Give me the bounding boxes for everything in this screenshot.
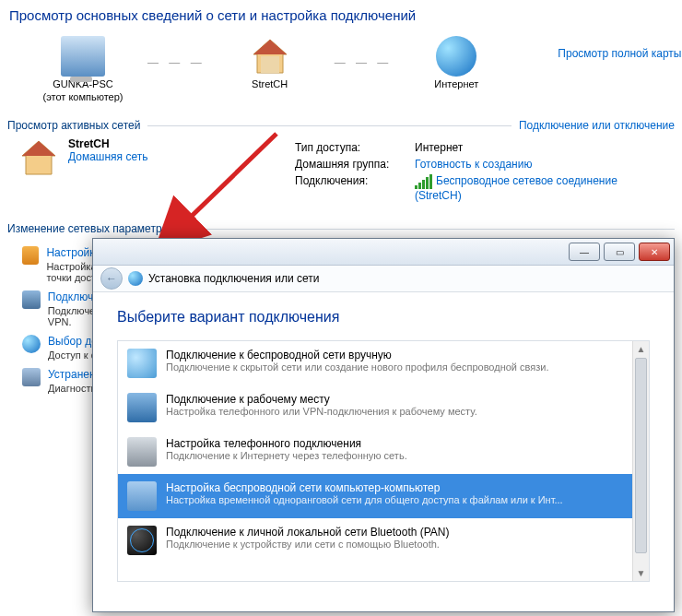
wizard-titlebar[interactable]: — ▭ ✕ [93, 239, 674, 266]
active-network-right: Тип доступа:Интернет Домашняя группа:Гот… [295, 137, 664, 206]
option-desc: Настройка телефонного или VPN-подключени… [166, 406, 477, 417]
back-button[interactable]: ← [100, 267, 123, 290]
maximize-button[interactable]: ▭ [604, 243, 635, 261]
router-icon [250, 36, 290, 77]
page-title: Просмотр основных сведений о сети и наст… [0, 0, 682, 36]
scroll-up-icon[interactable]: ▲ [633, 341, 649, 357]
wifi-icon [127, 349, 157, 378]
new-connection-icon [22, 246, 39, 265]
option-adhoc[interactable]: Настройка беспроводной сети компьютер-ко… [118, 474, 649, 518]
node-internet: Интернет [401, 36, 512, 89]
house-icon [18, 137, 59, 178]
wizard-title: Установка подключения или сети [148, 272, 319, 285]
globe-icon [436, 36, 476, 77]
svg-rect-1 [261, 56, 279, 73]
network-type-link[interactable]: Домашняя сеть [68, 150, 147, 163]
connector-dots-2: — — — [335, 56, 393, 69]
active-network-name: StretCH [68, 137, 147, 150]
full-map-link[interactable]: Просмотр полной карты [558, 47, 681, 60]
signal-bars-icon [415, 174, 432, 189]
section-header-active: Просмотр активных сетей Подключение или … [7, 119, 675, 132]
kv-access-key: Тип доступа: [295, 141, 415, 154]
wizard-subheader: ← Установка подключения или сети [93, 266, 674, 292]
troubleshoot-icon [22, 368, 41, 386]
divider-2 [182, 229, 675, 230]
option-title: Подключение к беспроводной сети вручную [166, 349, 548, 361]
network-map: GUNKA-PSC (этот компьютер) — — — StretCH… [0, 36, 682, 102]
wizard-window: — ▭ ✕ ← Установка подключения или сети В… [92, 238, 675, 612]
option-desc: Подключение к скрытой сети или создание … [166, 361, 548, 373]
wizard-heading: Выберите вариант подключения [117, 309, 650, 326]
kv-homegroup-key: Домашняя группа: [295, 158, 415, 171]
close-button[interactable]: ✕ [639, 243, 670, 261]
kv-conn-key: Подключения: [295, 174, 415, 202]
option-title: Подключение к рабочему месту [166, 393, 477, 406]
option-desc: Настройка временной одноранговой сети дл… [166, 494, 563, 505]
divider [147, 125, 512, 126]
node-pc-sub: (этот компьютер) [42, 91, 123, 102]
active-network-block: StretCH Домашняя сеть Тип доступа:Интерн… [0, 137, 682, 206]
minimize-button[interactable]: — [569, 243, 600, 261]
connect-disconnect-link[interactable]: Подключение или отключение [519, 119, 675, 132]
connector-dots: — — — [147, 56, 206, 69]
option-title: Настройка беспроводной сети компьютер-ко… [166, 481, 563, 494]
options-list: Подключение к беспроводной сети вручнуюП… [117, 340, 650, 582]
kv-access-val: Интернет [415, 141, 664, 154]
bluetooth-icon [127, 526, 157, 555]
homegroup-icon [22, 335, 41, 353]
option-desc: Подключение к Интернету через телефонную… [166, 450, 407, 461]
option-bluetooth[interactable]: Подключение к личной локальной сети Blue… [118, 518, 649, 563]
svg-marker-2 [253, 40, 287, 54]
adhoc-icon [127, 481, 157, 511]
option-manual-wifi[interactable]: Подключение к беспроводной сети вручнуюП… [118, 341, 649, 385]
section-header-change: Изменение сетевых параметров [7, 222, 675, 235]
svg-marker-4 [22, 141, 55, 156]
connect-network-icon [22, 290, 41, 309]
phone-icon [127, 437, 157, 467]
kv-homegroup-val[interactable]: Готовность к созданию [415, 158, 664, 171]
active-network-left: StretCH Домашняя сеть [18, 137, 295, 206]
scroll-thumb[interactable] [635, 358, 647, 553]
wizard-icon [128, 271, 143, 286]
node-this-pc: GUNKA-PSC (этот компьютер) [28, 36, 138, 102]
scrollbar[interactable]: ▲ ▼ [632, 341, 649, 581]
connection-link[interactable]: Беспроводное сетевое соединение (StretCH… [415, 174, 617, 202]
node-internet-name: Интернет [434, 78, 478, 89]
scroll-down-icon[interactable]: ▼ [633, 565, 649, 581]
computer-icon [61, 36, 105, 77]
section-change-label: Изменение сетевых параметров [7, 222, 174, 235]
option-dialup[interactable]: Настройка телефонного подключенияПодключ… [118, 430, 649, 474]
section-active-label: Просмотр активных сетей [7, 119, 140, 132]
kv-conn-val: Беспроводное сетевое соединение (StretCH… [415, 174, 664, 202]
workplace-icon [127, 393, 157, 422]
node-router: StretCH [215, 36, 325, 89]
option-title: Настройка телефонного подключения [166, 437, 407, 450]
option-title: Подключение к личной локальной сети Blue… [166, 526, 450, 539]
option-workplace[interactable]: Подключение к рабочему местуНастройка те… [118, 385, 649, 430]
node-router-name: StretCH [252, 78, 288, 89]
option-desc: Подключение к устройству или сети с помо… [166, 539, 450, 550]
